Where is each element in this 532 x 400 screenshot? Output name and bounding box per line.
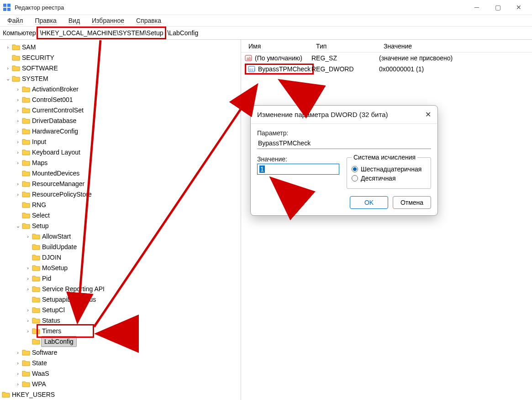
window-title: Редактор реестра [15,4,64,11]
registry-tree[interactable]: ›SAM ·SECURITY ›SOFTWARE ⌄SYSTEM ›Activa… [0,40,241,400]
tree-node-djoin[interactable]: ·DJOIN [24,252,63,262]
dialog-close-button[interactable]: ✕ [425,110,431,119]
folder-icon [22,360,30,366]
menu-help[interactable]: Справка [134,16,163,25]
folder-icon [22,349,30,356]
folder-icon [32,233,40,240]
tree-node-waas[interactable]: ›WaaS [14,368,51,379]
string-value-icon: ab [245,54,253,62]
maximize-button[interactable]: ▢ [487,0,508,15]
tree-node-pid[interactable]: ›Pid [24,273,53,283]
base-legend: Система исчисления [352,154,417,161]
chevron-down-icon[interactable]: ⌄ [15,221,21,231]
menu-favorites[interactable]: Избранное [90,16,126,25]
tree-node-state[interactable]: ›State [14,358,49,368]
folder-icon [32,307,40,313]
folder-icon [22,139,30,145]
tree-node-labconfig[interactable]: ·LabConfig [24,336,78,347]
folder-icon [32,338,40,345]
radio-hex[interactable]: Шестнадцатеричная [352,165,426,173]
svg-rect-0 [3,4,6,7]
folder-icon [22,160,30,166]
dialog-titlebar: Изменение параметра DWORD (32 бита) ✕ [251,106,437,124]
minimize-button[interactable]: ─ [466,0,487,15]
col-type[interactable]: Тип [312,41,380,52]
tree-node-mosetup[interactable]: ›MoSetup [24,263,69,273]
col-data[interactable]: Значение [380,41,532,52]
radio-icon [352,175,358,181]
radio-icon [352,166,358,172]
radio-dec[interactable]: Десятичная [352,175,426,182]
tree-node-hkeyusers[interactable]: ›HKEY_USERS [0,389,57,400]
svg-rect-3 [7,8,11,11]
svg-text:ab: ab [247,56,251,61]
tree-node-buildupdate[interactable]: ·BuildUpdate [24,242,79,252]
tree-node-resourcemanager[interactable]: ›ResourceManager [14,179,86,189]
menu-view[interactable]: Вид [67,16,82,25]
chevron-down-icon[interactable]: ⌄ [5,74,11,84]
param-name-field: BypassTPMCheck [257,138,431,149]
values-list: Имя Тип Значение ab(По умолчанию) REG_SZ… [241,40,532,400]
tree-node-resourcepolicystore[interactable]: ›ResourcePolicyStore [14,189,94,199]
tree-node-select[interactable]: ·Select [14,210,52,220]
path-highlighted: \HKEY_LOCAL_MACHINE\SYSTEM\Setup [37,27,166,39]
tree-node-servicereportingapi[interactable]: ›Service Reporting API [24,284,106,294]
menu-file[interactable]: Файл [5,16,25,25]
folder-icon [12,44,20,50]
titlebar: Редактор реестра ─ ▢ ✕ [0,0,532,15]
tree-node-wpa[interactable]: ›WPA [14,379,48,389]
svg-rect-2 [3,8,6,11]
folder-icon [12,54,20,61]
folder-icon [22,212,30,219]
folder-icon [32,328,40,334]
svg-text:011: 011 [249,68,256,72]
tree-node-status[interactable]: ›Status [24,315,62,325]
dword-value-icon: 011 [248,65,256,73]
folder-icon [22,191,30,197]
folder-icon [2,391,10,398]
tree-node-driverdatabase[interactable]: ›DriverDatabase [14,116,78,126]
folder-icon [22,96,30,103]
app-icon [3,3,11,11]
tree-node-keyboardlayout[interactable]: ›Keyboard Layout [14,147,82,157]
value-name: BypassTPMCheck [258,65,311,73]
col-name[interactable]: Имя [245,41,312,52]
tree-node-controlset001[interactable]: ›ControlSet001 [14,95,75,105]
folder-icon [22,107,30,113]
value-type: REG_DWORD [311,65,379,73]
edit-dword-dialog: Изменение параметра DWORD (32 бита) ✕ Па… [250,105,438,216]
tree-node-software2[interactable]: ›Software [14,347,59,357]
tree-node-setup[interactable]: ⌄Setup [14,221,51,231]
tree-node-timers[interactable]: ›Timers [24,326,63,336]
value-row-bypasstpmcheck[interactable]: 011BypassTPMCheck REG_DWORD 0x00000001 (… [241,64,532,75]
tree-node-hardwareconfig[interactable]: ›HardwareConfig [14,126,80,136]
close-button[interactable]: ✕ [508,0,529,15]
tree-node-sam[interactable]: ›SAM [4,42,37,52]
tree-node-setupapilogstatus[interactable]: ·SetupapiLogStatus [24,294,98,304]
path-tail: \LabConfig [166,29,199,37]
tree-node-rng[interactable]: ·RNG [14,200,48,210]
tree-node-activationbroker[interactable]: ›ActivationBroker [14,84,80,94]
tree-node-software[interactable]: ›SOFTWARE [4,63,60,73]
cancel-button[interactable]: Отмена [393,196,431,209]
tree-node-currentcontrolset[interactable]: ›CurrentControlSet [14,105,85,115]
folder-icon [32,317,40,324]
ok-button[interactable]: OK [350,196,388,209]
address-bar[interactable]: Компьютер \HKEY_LOCAL_MACHINE\SYSTEM\Set… [0,27,532,40]
path-root: Компьютер [2,29,37,37]
value-data: (значение не присвоено) [379,54,532,62]
folder-icon [32,265,40,271]
tree-node-system[interactable]: ⌄SYSTEM [4,74,50,84]
tree-node-maps[interactable]: ›Maps [14,158,49,168]
menu-edit[interactable]: Правка [33,16,58,25]
tree-node-input[interactable]: ›Input [14,137,48,147]
dialog-title: Изменение параметра DWORD (32 бита) [257,111,388,118]
value-row-default[interactable]: ab(По умолчанию) REG_SZ (значение не при… [241,53,532,64]
folder-icon [22,202,30,208]
tree-node-mounteddevices[interactable]: ·MountedDevices [14,168,81,178]
value-input[interactable]: 1 [257,164,339,175]
tree-node-setupcl[interactable]: ›SetupCl [24,305,67,315]
tree-node-security[interactable]: ·SECURITY [4,53,56,63]
tree-node-allowstart[interactable]: ›AllowStart [24,231,73,241]
folder-icon [22,381,30,387]
